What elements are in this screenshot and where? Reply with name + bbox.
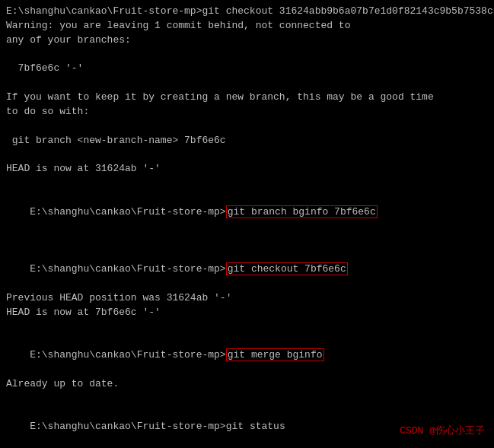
terminal-line: Warning: you are leaving 1 commit behind… bbox=[6, 19, 488, 33]
terminal-line: git branch <new-branch-name> 7bf6e6c bbox=[6, 134, 488, 148]
terminal-line: HEAD is now at 31624ab '-' bbox=[6, 162, 488, 176]
prompt: E:\shanghu\cankao\Fruit-store-mp> bbox=[30, 263, 225, 275]
terminal-line bbox=[6, 148, 488, 162]
terminal-line: any of your branches: bbox=[6, 33, 488, 48]
terminal-line: E:\shanghu\cankao\Fruit-store-mp>git che… bbox=[6, 248, 488, 291]
terminal-line: HEAD is now at 7bf6e6c '-' bbox=[6, 306, 488, 320]
terminal-line: E:\shanghu\cankao\Fruit-store-mp>git mer… bbox=[6, 334, 488, 377]
terminal-line: If you want to keep it by creating a new… bbox=[6, 91, 488, 105]
terminal-line bbox=[6, 320, 488, 335]
terminal-line: E:\shanghu\cankao\Fruit-store-mp>git che… bbox=[6, 5, 488, 19]
terminal-line bbox=[6, 176, 488, 191]
terminal-window: E:\shanghu\cankao\Fruit-store-mp>git che… bbox=[0, 0, 494, 448]
terminal-line bbox=[6, 76, 488, 91]
prompt: E:\shanghu\cankao\Fruit-store-mp> bbox=[30, 421, 225, 432]
command-highlight: git merge bginfo bbox=[226, 348, 324, 361]
command-highlight: git checkout 7bf6e6c bbox=[226, 262, 348, 275]
terminal-line: 7bf6e6c '-' bbox=[6, 62, 488, 76]
command-highlight: git branch bginfo 7bf6e6c bbox=[226, 205, 378, 218]
terminal-line: Already up to date. bbox=[6, 377, 488, 392]
terminal-line bbox=[6, 119, 488, 134]
terminal-line: to do so with: bbox=[6, 105, 488, 119]
terminal-line bbox=[6, 48, 488, 62]
prompt: E:\shanghu\cankao\Fruit-store-mp> bbox=[30, 206, 225, 218]
terminal-line bbox=[6, 234, 488, 249]
watermark: CSDN @伤心小王子 bbox=[400, 424, 485, 437]
prompt: E:\shanghu\cankao\Fruit-store-mp> bbox=[30, 349, 225, 361]
command-text: git status bbox=[226, 421, 285, 432]
terminal-line bbox=[6, 392, 488, 406]
terminal-line: E:\shanghu\cankao\Fruit-store-mp>git bra… bbox=[6, 191, 488, 234]
terminal-line: Previous HEAD position was 31624ab '-' bbox=[6, 291, 488, 306]
